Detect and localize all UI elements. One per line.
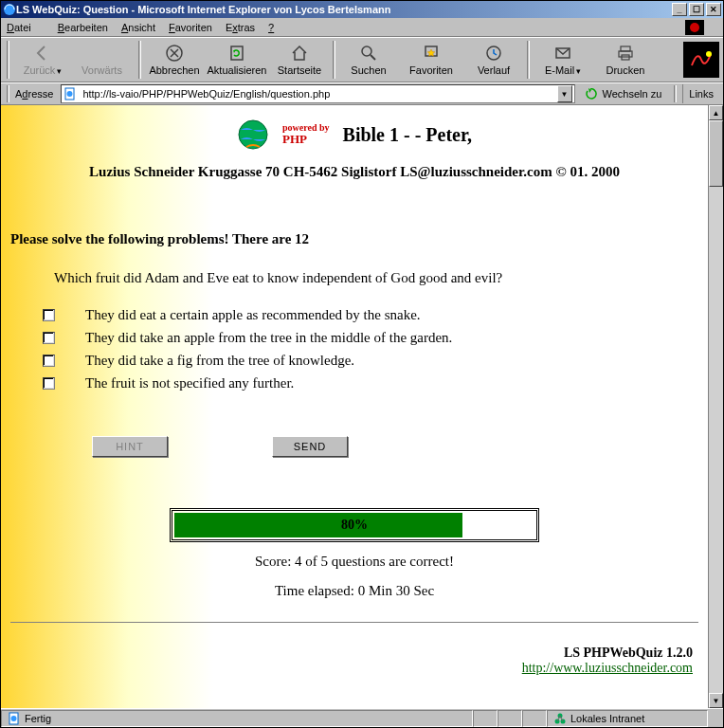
close-button[interactable]: ✕: [706, 3, 721, 16]
svg-rect-4: [231, 46, 243, 60]
stop-button[interactable]: Abbrechen: [143, 39, 206, 81]
answer-checkbox-2[interactable]: [43, 332, 55, 344]
forward-button: Vorwärts▾: [74, 39, 136, 81]
vertical-scrollbar[interactable]: ▲ ▼: [708, 105, 723, 708]
menu-bearbeiten[interactable]: Bearbeiten: [58, 22, 108, 33]
hint-button[interactable]: HINT: [92, 436, 168, 457]
answer-row: The fruit is not specified any further.: [43, 372, 708, 394]
button-row: HINT SEND: [92, 436, 708, 457]
footer-link[interactable]: http://www.luziusschneider.com: [522, 661, 693, 675]
menu-favoriten[interactable]: Favoriten: [169, 22, 212, 33]
browser-window: LS WebQuiz: Question - Microsoft Interne…: [0, 0, 724, 728]
status-zone: Lokales Intranet: [547, 710, 708, 727]
question-text: Which fruit did Adam and Eve eat to know…: [54, 270, 708, 286]
status-pane-2: [498, 710, 522, 727]
instruction-text: Please solve the following problems! The…: [10, 231, 708, 247]
answer-checkbox-1[interactable]: [43, 309, 55, 321]
address-dropdown[interactable]: ▼: [557, 85, 572, 102]
product-name: LS PHPWebQuiz 1.2.0: [564, 646, 693, 660]
score-text: Score: 4 of 5 questions are correct!: [1, 554, 708, 570]
menu-extras[interactable]: Extras: [226, 22, 255, 33]
status-main: Fertig: [1, 710, 473, 727]
powered-by-label: powered by PHP: [282, 122, 330, 146]
toolbar: Zurück▾ Vorwärts▾ Abbrechen Aktualisiere…: [1, 37, 723, 82]
maximize-button[interactable]: ☐: [689, 3, 704, 16]
address-input[interactable]: [81, 87, 552, 100]
answer-text: The fruit is not specified any further.: [85, 375, 294, 391]
address-input-container: ▼: [61, 84, 574, 103]
mail-button[interactable]: E-Mail▾: [532, 39, 594, 81]
menu-help[interactable]: ?: [268, 22, 274, 33]
menu-datei[interactable]: Datei: [7, 22, 45, 33]
title-bar: LS WebQuiz: Question - Microsoft Interne…: [1, 1, 723, 18]
favorites-button[interactable]: Favoriten: [400, 39, 462, 81]
progress-label: 80%: [174, 513, 534, 537]
menu-bar: Datei Bearbeiten Ansicht Favoriten Extra…: [1, 18, 723, 37]
ie-icon: [3, 3, 16, 16]
answer-row: They did take an apple from the tree in …: [43, 326, 708, 349]
svg-point-13: [706, 51, 712, 57]
svg-point-19: [11, 716, 17, 721]
svg-point-2: [690, 23, 699, 32]
address-label: Adresse: [15, 88, 53, 100]
scroll-up-button[interactable]: ▲: [709, 105, 723, 120]
quiz-title: Bible 1 - - Peter,: [343, 124, 472, 146]
answer-text: They did take an apple from the tree in …: [85, 330, 452, 346]
throbber-icon: [683, 42, 719, 78]
answer-checkbox-3[interactable]: [43, 355, 55, 367]
links-button[interactable]: Links: [682, 84, 719, 103]
window-title: LS WebQuiz: Question - Microsoft Interne…: [16, 4, 672, 15]
status-bar: Fertig Lokales Intranet: [1, 708, 723, 727]
svg-point-5: [362, 46, 371, 56]
history-button[interactable]: Verlauf: [462, 39, 525, 81]
print-button[interactable]: Drucken: [594, 39, 657, 81]
back-button[interactable]: Zurück▾: [11, 39, 74, 81]
globe-icon: [237, 118, 269, 151]
byline: Luzius Schneider Kruggasse 70 CH-5462 Si…: [1, 164, 708, 180]
menu-brand-icon: [685, 20, 704, 35]
svg-point-0: [4, 4, 15, 15]
scroll-track[interactable]: [709, 120, 723, 693]
divider: [10, 622, 698, 623]
scroll-down-button[interactable]: ▼: [709, 693, 723, 708]
home-button[interactable]: Startseite: [268, 39, 331, 81]
refresh-button[interactable]: Aktualisieren: [206, 39, 268, 81]
go-button[interactable]: Wechseln zu: [579, 84, 669, 103]
page-icon: [63, 87, 77, 100]
address-bar: Adresse ▼ Wechseln zu Links: [1, 82, 723, 105]
progress-bar: 80%: [170, 508, 539, 542]
search-button[interactable]: Suchen: [337, 39, 400, 81]
answer-text: They did eat a certain apple as recommen…: [85, 307, 421, 323]
status-pane-1: [473, 710, 498, 727]
send-button[interactable]: SEND: [272, 436, 348, 457]
status-pane-3: [522, 710, 547, 727]
answers-list: They did eat a certain apple as recommen…: [43, 303, 708, 394]
window-controls: _ ☐ ✕: [672, 3, 721, 16]
answer-row: They did eat a certain apple as recommen…: [43, 303, 708, 326]
answer-text: They did take a fig from the tree of kno…: [85, 353, 354, 369]
svg-rect-9: [621, 46, 630, 51]
intranet-icon: [553, 712, 567, 725]
answer-checkbox-4[interactable]: [43, 377, 55, 390]
svg-point-15: [67, 91, 73, 97]
answer-row: They did take a fig from the tree of kno…: [43, 349, 708, 372]
minimize-button[interactable]: _: [672, 3, 687, 16]
scroll-thumb[interactable]: [709, 120, 723, 187]
elapsed-text: Time elapsed: 0 Min 30 Sec: [1, 583, 708, 599]
page-icon: [8, 712, 21, 725]
page-footer: LS PHPWebQuiz 1.2.0 http://www.luziussch…: [1, 646, 693, 676]
page-content: powered by PHP Bible 1 - - Peter, Luzius…: [1, 105, 708, 708]
svg-rect-10: [619, 51, 632, 57]
menu-ansicht[interactable]: Ansicht: [121, 22, 155, 33]
page-header: powered by PHP Bible 1 - - Peter,: [1, 105, 708, 151]
content-area: powered by PHP Bible 1 - - Peter, Luzius…: [1, 105, 723, 708]
